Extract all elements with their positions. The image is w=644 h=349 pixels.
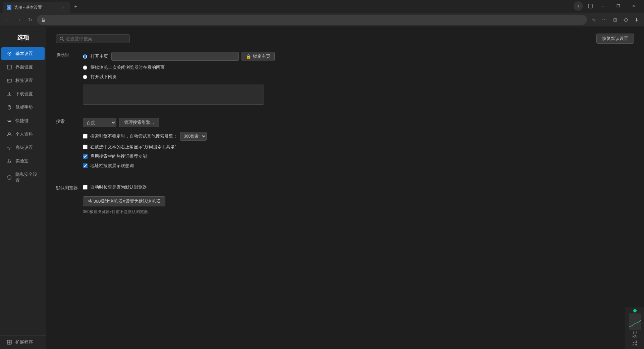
- default-browser-hint: 360极速浏览器x目前不是默认浏览器。: [83, 209, 634, 215]
- selection-search-row: 在被选中文本的右上角显示"划词搜索工具条": [83, 144, 634, 150]
- startup-section: 启动时 打开主页 http://hao.360.cn/?src=lm&ls=n3…: [56, 52, 634, 106]
- lock-icon: 🔒: [246, 54, 251, 59]
- startup-continue-row: 继续浏览上次关闭浏览器时在看的网页: [83, 64, 634, 70]
- startup-continue-radio[interactable]: [83, 65, 87, 70]
- address-suggest-checkbox[interactable]: [83, 163, 88, 168]
- startup-homepage-label[interactable]: 打开主页: [91, 53, 108, 59]
- sidebar-item-download[interactable]: 下载设置: [1, 88, 45, 100]
- back-button[interactable]: ←: [3, 15, 12, 24]
- active-tab[interactable]: 选 选项 - 基本设置 ×: [3, 2, 70, 13]
- speed-indicator: 1.3K/s 5.2K/s: [626, 307, 644, 349]
- download-button[interactable]: ⬇: [632, 15, 641, 24]
- grid-button[interactable]: ⊞: [610, 15, 620, 24]
- profile-number[interactable]: 1: [574, 1, 583, 11]
- search-engine-row: 百度 360搜索 Google Bing 管理搜索引擎...: [83, 118, 634, 127]
- mouse-settings-icon: [7, 105, 12, 110]
- sidebar-item-ui[interactable]: 界面设置: [1, 61, 45, 73]
- network-status-dot: [633, 309, 637, 312]
- auto-try-checkbox[interactable]: [83, 134, 88, 139]
- sidebar-profile-label: 个人资料: [15, 131, 33, 137]
- selection-search-checkbox[interactable]: [83, 145, 88, 149]
- startup-specific-row: 打开以下网页: [83, 74, 634, 80]
- sidebar-item-privacy[interactable]: 隐私安全设置: [1, 168, 45, 187]
- default-browser-row: 默认浏览器 自动时检查是否为默认浏览器 将 360极速浏览器X设置为默认浏览器 …: [56, 184, 634, 215]
- restore-button[interactable]: ❐: [610, 1, 626, 11]
- svg-rect-2: [588, 4, 592, 8]
- extension-button[interactable]: [621, 15, 631, 24]
- tab-close-button[interactable]: ×: [60, 5, 66, 10]
- main-layout: 选项 基本设置 界面设置 标签设置 下载设置: [0, 27, 644, 349]
- address-bar[interactable]: chrome://settings/browser: [37, 15, 587, 25]
- address-suggest-row: 地址栏搜索展示联想词: [83, 163, 634, 169]
- upload-speed: 1.3K/s: [633, 331, 637, 339]
- svg-rect-9: [9, 120, 10, 120]
- search-box[interactable]: [56, 34, 130, 43]
- auto-check-label[interactable]: 自动时检查是否为默认浏览器: [90, 184, 147, 190]
- svg-point-13: [9, 147, 10, 148]
- content-area: 恢复默认设置 启动时 打开主页 http://hao.360.cn/?src=l…: [46, 27, 644, 349]
- sidebar-item-tabs[interactable]: 标签设置: [1, 74, 45, 87]
- address-input[interactable]: chrome://settings/browser: [48, 17, 583, 22]
- sidebar-item-lab[interactable]: 实验室: [1, 155, 45, 167]
- close-button[interactable]: ✕: [626, 1, 641, 11]
- forward-button[interactable]: →: [14, 15, 23, 24]
- startup-continue-label[interactable]: 继续浏览上次关闭浏览器时在看的网页: [91, 64, 165, 70]
- sidebar-item-shortcut[interactable]: 快捷键: [1, 114, 45, 127]
- startup-label: 启动时: [56, 52, 83, 58]
- sidebar-item-basic[interactable]: 基本设置: [1, 47, 45, 60]
- svg-point-5: [9, 53, 10, 54]
- address-suggest-label[interactable]: 地址栏搜索展示联想词: [90, 163, 134, 169]
- selection-search-label[interactable]: 在被选中文本的右上角显示"划词搜索工具条": [90, 144, 176, 150]
- sidebar-item-profile[interactable]: 个人资料: [1, 128, 45, 141]
- browser-chrome: 选 选项 - 基本设置 × + 1 — ❐ ✕ ← → ↻ chrome://s…: [0, 0, 644, 27]
- star-button[interactable]: ☆: [589, 15, 598, 24]
- toolbar-right: ☆ ⋯ ⊞ ⬇: [589, 15, 641, 24]
- set-default-browser-button[interactable]: 将 360极速浏览器X设置为默认浏览器: [83, 196, 165, 206]
- auto-try-label[interactable]: 搜索引擎不稳定时，自动尝试其他搜索引擎：: [90, 133, 177, 139]
- search-content: 百度 360搜索 Google Bing 管理搜索引擎... 搜索引擎不稳定时，…: [83, 118, 634, 172]
- sidebar-tabs-label: 标签设置: [15, 78, 33, 84]
- sidebar-title: 选项: [0, 30, 46, 47]
- sidebar-advanced-label: 高级设置: [15, 145, 33, 151]
- search-label: 搜索: [56, 118, 83, 124]
- startup-specific-label[interactable]: 打开以下网页: [91, 74, 117, 80]
- extensions-icon: [7, 340, 12, 345]
- sidebar-mouse-label: 鼠标手势: [15, 104, 33, 110]
- manage-search-engine-button[interactable]: 管理搜索引擎...: [119, 118, 159, 127]
- sidebar-item-extensions[interactable]: 扩展程序: [1, 336, 45, 349]
- hot-search-row: 启用搜索栏的热搜词推荐功能: [83, 153, 634, 159]
- reset-button[interactable]: 恢复默认设置: [596, 34, 634, 44]
- ui-settings-icon: [7, 64, 12, 70]
- auto-try-checkbox-row: 搜索引擎不稳定时，自动尝试其他搜索引擎： 360搜索 百度 Google: [83, 132, 634, 141]
- refresh-button[interactable]: ↻: [25, 15, 35, 24]
- new-tab-button[interactable]: +: [71, 2, 80, 11]
- startup-homepage-row: 打开主页 http://hao.360.cn/?src=lm&ls=n3db42…: [83, 52, 634, 61]
- startup-row: 启动时 打开主页 http://hao.360.cn/?src=lm&ls=n3…: [56, 52, 634, 106]
- svg-text:选: 选: [8, 6, 10, 9]
- hot-search-checkbox[interactable]: [83, 154, 88, 159]
- search-section: 搜索 百度 360搜索 Google Bing 管理搜索引擎...: [56, 118, 634, 172]
- search-input[interactable]: [66, 36, 126, 41]
- homepage-url-input[interactable]: http://hao.360.cn/?src=lm&ls=n3db425c399: [111, 52, 239, 61]
- sidebar-privacy-label: 隐私安全设置: [15, 171, 39, 184]
- startup-urls-textarea[interactable]: [83, 85, 264, 105]
- profile-settings-icon: [7, 132, 12, 137]
- svg-marker-4: [624, 18, 628, 22]
- lock-homepage-button[interactable]: 🔒 锁定主页: [241, 52, 275, 61]
- startup-homepage-radio[interactable]: [83, 54, 87, 59]
- sidebar-item-advanced[interactable]: 高级设置: [1, 141, 45, 154]
- menu-button[interactable]: ⋯: [600, 15, 609, 24]
- hot-search-label[interactable]: 启用搜索栏的热搜词推荐功能: [90, 153, 147, 159]
- sidebar-download-label: 下载设置: [15, 91, 33, 97]
- window-icon-1[interactable]: [586, 1, 595, 11]
- minimize-button[interactable]: —: [595, 1, 610, 11]
- search-engine-select[interactable]: 百度 360搜索 Google Bing: [83, 118, 116, 127]
- lock-icon: [41, 17, 46, 22]
- auto-check-default-checkbox[interactable]: [83, 185, 88, 190]
- tab-title: 选项 - 基本设置: [14, 5, 42, 10]
- backup-engine-select[interactable]: 360搜索 百度 Google: [180, 132, 207, 141]
- sidebar-item-mouse[interactable]: 鼠标手势: [1, 101, 45, 114]
- startup-specific-radio[interactable]: [83, 75, 87, 79]
- auto-check-row: 自动时检查是否为默认浏览器: [83, 184, 634, 190]
- speed-graph: [629, 313, 641, 330]
